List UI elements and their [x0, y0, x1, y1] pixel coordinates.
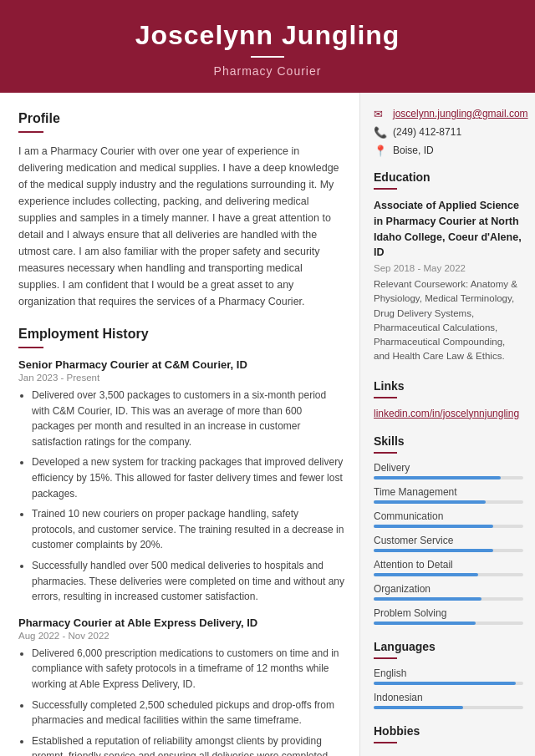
profile-section: Profile I am a Pharmacy Courier with ove… — [18, 111, 344, 310]
lang-indonesian: Indonesian — [374, 692, 523, 709]
skill-customer-service: Customer Service — [374, 535, 523, 552]
skill-attention-to-detail-bar-bg — [374, 573, 523, 576]
main-content: Profile I am a Pharmacy Courier with ove… — [0, 93, 535, 756]
edu-coursework: Relevant Coursework: Anatomy & Physiolog… — [374, 277, 523, 364]
job-1: Senior Pharmacy Courier at C&M Courier, … — [18, 358, 344, 605]
hobbies-divider — [374, 742, 397, 743]
job-1-bullet-4: Successfully handled over 500 medical de… — [32, 558, 344, 605]
skill-attention-to-detail: Attention to Detail — [374, 559, 523, 576]
contact-email-item: ✉ joscelynn.jungling@gmail.com — [374, 108, 523, 120]
location-text: Boise, ID — [393, 145, 434, 156]
languages-section-title: Languages — [374, 640, 523, 653]
phone-text: (249) 412-8711 — [393, 126, 461, 138]
skill-organization-bar-bg — [374, 597, 523, 601]
skill-delivery-name: Delivery — [374, 462, 523, 474]
skill-communication-name: Communication — [374, 510, 523, 522]
candidate-name: Joscelynn Jungling — [17, 20, 518, 51]
links-divider — [374, 397, 397, 398]
lang-indonesian-name: Indonesian — [374, 692, 523, 703]
skill-customer-service-name: Customer Service — [374, 535, 523, 546]
lang-indonesian-bar-fill — [374, 706, 463, 709]
hobbies-section-title: Hobbies — [374, 724, 523, 738]
left-column: Profile I am a Pharmacy Courier with ove… — [0, 93, 359, 756]
skill-delivery-bar-fill — [374, 476, 501, 479]
skill-organization-name: Organization — [374, 583, 523, 595]
education-section-title: Education — [374, 170, 523, 184]
job-1-bullet-1: Delivered over 3,500 packages to custome… — [32, 388, 344, 449]
profile-section-title: Profile — [18, 111, 344, 126]
job-1-title: Senior Pharmacy Courier at C&M Courier, … — [18, 358, 344, 371]
job-2-bullets: Delivered 6,000 prescription medications… — [18, 646, 344, 756]
links-section: Links linkedin.com/in/joscelynnjungling — [374, 379, 523, 419]
right-column: ✉ joscelynn.jungling@gmail.com 📞 (249) 4… — [359, 93, 535, 756]
skill-communication-bar-bg — [374, 525, 523, 528]
edu-degree: Associate of Applied Science in Pharmacy… — [374, 198, 523, 261]
skill-time-management-bar-fill — [374, 500, 486, 504]
job-1-bullet-3: Trained 10 new couriers on proper packag… — [32, 506, 344, 553]
skill-time-management-name: Time Management — [374, 486, 523, 498]
email-link[interactable]: joscelynn.jungling@gmail.com — [393, 108, 528, 119]
job-2-title: Pharmacy Courier at Able Express Deliver… — [18, 616, 344, 629]
lang-english-name: English — [374, 667, 523, 679]
skills-section-title: Skills — [374, 434, 523, 448]
email-icon: ✉ — [374, 108, 387, 120]
resume-wrapper: Joscelynn Jungling Pharmacy Courier Prof… — [0, 0, 535, 756]
skill-delivery: Delivery — [374, 462, 523, 479]
skill-organization: Organization — [374, 583, 523, 601]
lang-english-bar-fill — [374, 682, 516, 685]
skill-problem-solving: Problem Solving — [374, 607, 523, 625]
edu-dates: Sep 2018 - May 2022 — [374, 263, 523, 273]
profile-divider — [18, 131, 43, 133]
lang-english: English — [374, 667, 523, 685]
profile-text: I am a Pharmacy Courier with over one ye… — [18, 143, 344, 310]
skill-delivery-bar-bg — [374, 476, 523, 479]
job-1-dates: Jan 2023 - Present — [18, 373, 344, 383]
employment-divider — [18, 347, 43, 348]
phone-icon: 📞 — [374, 126, 387, 139]
employment-section-title: Employment History — [18, 327, 344, 342]
skills-divider — [374, 452, 397, 454]
skill-attention-to-detail-bar-fill — [374, 573, 478, 576]
education-section: Education Associate of Applied Science i… — [374, 170, 523, 364]
job-2-dates: Aug 2022 - Nov 2022 — [18, 631, 344, 641]
header-divider — [251, 56, 284, 58]
skill-attention-to-detail-name: Attention to Detail — [374, 559, 523, 571]
skill-time-management: Time Management — [374, 486, 523, 504]
job-1-bullets: Delivered over 3,500 packages to custome… — [18, 388, 344, 605]
job-2: Pharmacy Courier at Able Express Deliver… — [18, 616, 344, 756]
job-1-bullet-2: Developed a new system for tracking pack… — [32, 454, 344, 501]
skills-section: Skills Delivery Time Management Communic… — [374, 434, 523, 625]
skill-customer-service-bar-bg — [374, 549, 523, 552]
skill-organization-bar-fill — [374, 597, 482, 601]
job-2-bullet-3: Established a reputation of reliability … — [32, 733, 344, 756]
job-2-bullet-2: Successfully completed 2,500 scheduled p… — [32, 698, 344, 728]
header: Joscelynn Jungling Pharmacy Courier — [0, 0, 535, 93]
job-2-bullet-1: Delivered 6,000 prescription medications… — [32, 646, 344, 693]
lang-indonesian-bar-bg — [374, 706, 523, 709]
skill-problem-solving-bar-fill — [374, 622, 476, 625]
languages-section: Languages English Indonesian — [374, 640, 523, 709]
hobbies-section: Hobbies — [374, 724, 523, 743]
education-divider — [374, 188, 397, 190]
linkedin-link[interactable]: linkedin.com/in/joscelynnjungling — [374, 408, 519, 419]
skill-communication: Communication — [374, 510, 523, 528]
employment-section: Employment History Senior Pharmacy Couri… — [18, 327, 344, 756]
location-icon: 📍 — [374, 145, 387, 157]
skill-communication-bar-fill — [374, 525, 493, 528]
skill-time-management-bar-bg — [374, 500, 523, 504]
lang-english-bar-bg — [374, 682, 523, 685]
contact-phone-item: 📞 (249) 412-8711 — [374, 126, 523, 139]
languages-divider — [374, 657, 397, 659]
skill-problem-solving-bar-bg — [374, 622, 523, 625]
contact-section: ✉ joscelynn.jungling@gmail.com 📞 (249) 4… — [374, 108, 523, 157]
skill-customer-service-bar-fill — [374, 549, 493, 552]
links-section-title: Links — [374, 379, 523, 393]
candidate-title: Pharmacy Courier — [17, 64, 518, 78]
skill-problem-solving-name: Problem Solving — [374, 607, 523, 619]
contact-location-item: 📍 Boise, ID — [374, 145, 523, 157]
